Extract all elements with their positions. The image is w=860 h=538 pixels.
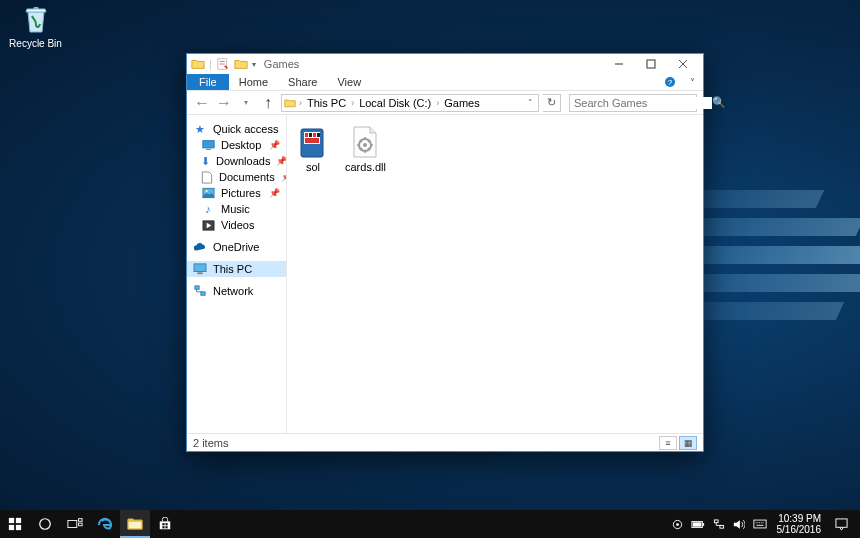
desktop-icon: [201, 138, 215, 152]
minimize-button[interactable]: [603, 54, 635, 74]
qat-dropdown-icon[interactable]: ▾: [252, 60, 256, 69]
ribbon-tabs: File Home Share View ? ˅: [187, 74, 703, 91]
view-details-button[interactable]: ≡: [659, 436, 677, 450]
tray-keyboard-icon[interactable]: [753, 519, 767, 529]
sidebar-quick-access[interactable]: ★ Quick access: [187, 121, 286, 137]
tray-location-icon[interactable]: [672, 519, 683, 530]
svg-rect-41: [714, 519, 718, 522]
tray-battery-icon[interactable]: [691, 520, 705, 529]
clock-time: 10:39 PM: [777, 513, 822, 524]
sidebar-item-desktop[interactable]: Desktop 📌: [187, 137, 286, 153]
pin-icon: 📌: [269, 188, 280, 198]
sidebar-item-downloads[interactable]: ⬇ Downloads 📌: [187, 153, 286, 169]
svg-rect-31: [128, 521, 142, 529]
file-item-cards-dll[interactable]: cards.dll: [343, 123, 387, 175]
chevron-right-icon[interactable]: ›: [351, 98, 354, 108]
maximize-button[interactable]: [635, 54, 667, 74]
sidebar-item-label: Desktop: [221, 139, 261, 151]
tray-volume-icon[interactable]: [733, 519, 745, 530]
ribbon-help-button[interactable]: ?: [659, 74, 681, 90]
start-button[interactable]: [0, 510, 30, 538]
action-center-button[interactable]: [831, 518, 852, 531]
search-input[interactable]: [574, 97, 712, 109]
desktop-icon-recycle-bin[interactable]: Recycle Bin: [8, 4, 63, 49]
qat-properties-icon[interactable]: [216, 57, 230, 71]
cortana-button[interactable]: [30, 510, 60, 538]
file-list[interactable]: sol cards.dll: [287, 115, 703, 433]
file-name: cards.dll: [345, 161, 385, 173]
videos-icon: [201, 218, 215, 232]
task-view-button[interactable]: [60, 510, 90, 538]
qat-newfolder-icon[interactable]: [234, 57, 248, 71]
svg-rect-5: [206, 148, 211, 149]
nav-recent-dropdown[interactable]: ▾: [237, 94, 255, 112]
svg-point-7: [205, 190, 207, 192]
breadcrumb-this-pc[interactable]: This PC: [305, 97, 348, 109]
ribbon-tab-view[interactable]: View: [327, 74, 371, 90]
svg-text:?: ?: [668, 78, 673, 87]
breadcrumb-folder[interactable]: Games: [442, 97, 481, 109]
nav-up-button[interactable]: ↑: [259, 94, 277, 112]
svg-rect-34: [162, 526, 164, 528]
svg-rect-33: [165, 523, 167, 525]
svg-rect-25: [9, 525, 14, 530]
pin-icon: 📌: [269, 140, 280, 150]
taskbar-store[interactable]: [150, 510, 180, 538]
sidebar-item-label: Pictures: [221, 187, 261, 199]
nav-forward-button[interactable]: →: [215, 94, 233, 112]
music-icon: ♪: [201, 202, 215, 216]
ribbon-tab-home[interactable]: Home: [229, 74, 278, 90]
svg-rect-23: [9, 518, 14, 523]
ribbon-tab-share[interactable]: Share: [278, 74, 327, 90]
network-icon: [193, 284, 207, 298]
svg-rect-29: [79, 519, 83, 522]
chevron-right-icon[interactable]: ›: [299, 98, 302, 108]
system-tray[interactable]: [672, 519, 767, 530]
sidebar-label: OneDrive: [213, 241, 259, 253]
close-button[interactable]: [667, 54, 699, 74]
svg-rect-4: [202, 140, 213, 147]
svg-rect-19: [305, 138, 319, 143]
search-box[interactable]: 🔍: [569, 94, 697, 112]
sidebar-item-documents[interactable]: Documents 📌: [187, 169, 286, 185]
taskbar-explorer[interactable]: [120, 510, 150, 538]
ribbon-file-tab[interactable]: File: [187, 74, 229, 90]
sidebar-label: Network: [213, 285, 253, 297]
nav-pane: ★ Quick access Desktop 📌 ⬇ Downloads 📌 D…: [187, 115, 287, 433]
svg-rect-43: [753, 520, 765, 528]
recycle-bin-icon: [20, 4, 52, 36]
sidebar-item-label: Downloads: [216, 155, 270, 167]
document-icon: [201, 170, 213, 184]
navbar: ← → ▾ ↑ › This PC › Local Disk (C:) › Ga…: [187, 91, 703, 115]
desktop-icon-label: Recycle Bin: [8, 38, 63, 49]
file-item-sol[interactable]: sol: [291, 123, 335, 175]
address-dropdown-icon[interactable]: ˅: [525, 98, 536, 108]
address-bar[interactable]: › This PC › Local Disk (C:) › Games ˅: [281, 94, 539, 112]
ribbon-expand-button[interactable]: ˅: [681, 74, 703, 90]
breadcrumb-drive[interactable]: Local Disk (C:): [357, 97, 433, 109]
titlebar[interactable]: | ▾ Games: [187, 54, 703, 74]
svg-rect-16: [309, 133, 312, 137]
chevron-right-icon[interactable]: ›: [436, 98, 439, 108]
sidebar-item-videos[interactable]: Videos: [187, 217, 286, 233]
nav-back-button[interactable]: ←: [193, 94, 211, 112]
sidebar-network[interactable]: Network: [187, 283, 286, 299]
svg-rect-20: [304, 145, 320, 154]
sidebar-onedrive[interactable]: OneDrive: [187, 239, 286, 255]
sidebar-this-pc[interactable]: This PC: [187, 261, 286, 277]
svg-rect-32: [162, 523, 164, 525]
pc-icon: [193, 262, 207, 276]
view-icons-button[interactable]: ▦: [679, 436, 697, 450]
svg-point-27: [40, 519, 51, 530]
tray-network-icon[interactable]: [713, 519, 725, 530]
sidebar-label: This PC: [213, 263, 252, 275]
folder-icon: [191, 57, 205, 71]
taskbar-edge[interactable]: [90, 510, 120, 538]
sidebar-item-pictures[interactable]: Pictures 📌: [187, 185, 286, 201]
svg-rect-10: [197, 272, 202, 274]
svg-point-37: [676, 523, 679, 526]
refresh-button[interactable]: ↻: [543, 94, 561, 112]
sidebar-item-music[interactable]: ♪ Music: [187, 201, 286, 217]
exe-icon: [297, 125, 329, 159]
taskbar-clock[interactable]: 10:39 PM 5/16/2016: [777, 513, 822, 535]
